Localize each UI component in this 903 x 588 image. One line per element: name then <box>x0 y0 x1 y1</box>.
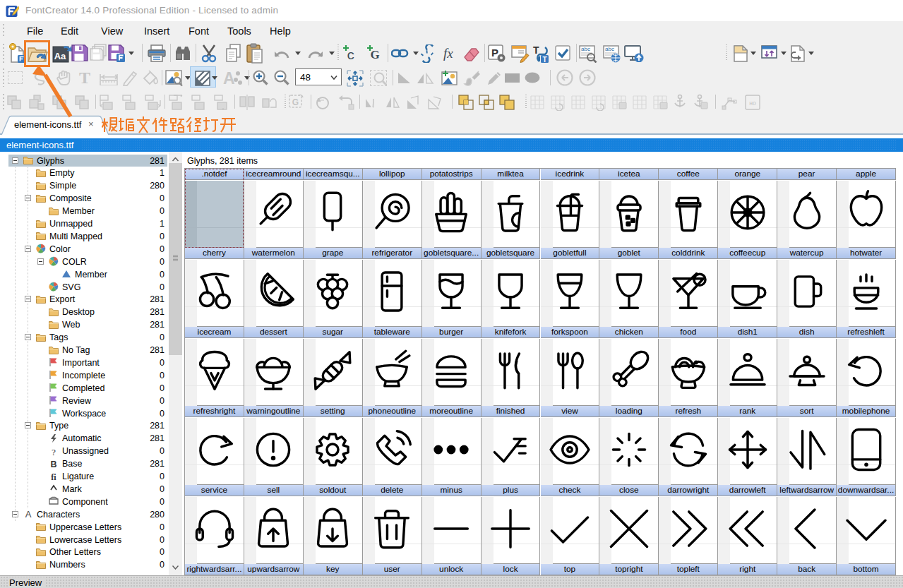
svg-text:A: A <box>25 509 32 519</box>
svg-text:T: T <box>542 56 546 64</box>
svg-text:G: G <box>292 97 299 107</box>
svg-text:Aa: Aa <box>54 51 66 61</box>
svg-text:?: ? <box>52 446 56 456</box>
svg-text:abc: abc <box>605 46 614 52</box>
svg-text:G: G <box>370 48 379 61</box>
svg-text:fx: fx <box>443 46 453 61</box>
svg-text:abc: abc <box>581 46 590 52</box>
svg-text:B: B <box>50 460 56 469</box>
svg-text:P: P <box>491 47 498 59</box>
svg-text:fi: fi <box>51 472 56 481</box>
svg-text:HO: HO <box>749 100 756 107</box>
svg-text:c: c <box>347 48 354 61</box>
